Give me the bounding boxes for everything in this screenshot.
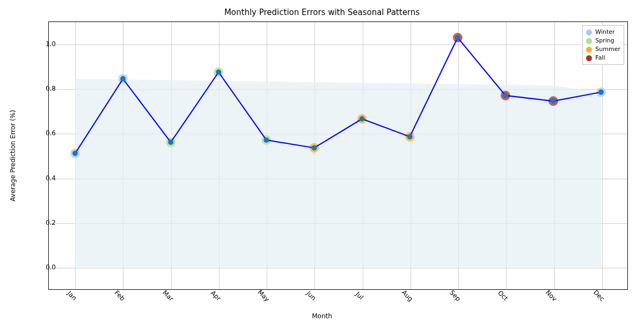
x-tick-label: Feb [113,289,127,302]
legend-label: Summer [595,45,620,54]
data-marker [503,93,508,98]
x-tick-label: Apr [209,289,223,303]
chart-container: Monthly Prediction Errors with Seasonal … [0,0,644,322]
data-marker [72,151,78,156]
legend-row: Winter [586,28,620,36]
legend-swatch [586,38,592,44]
legend-row: Fall [586,54,620,62]
data-marker [360,116,365,122]
x-tick-label: Sep [448,289,462,303]
legend-swatch [586,30,592,35]
x-tick-label: Nov [544,289,558,303]
x-axis-label: Month [0,312,644,320]
x-tick-label: Aug [400,289,414,303]
y-tick-label: 0.2 [24,219,56,226]
fill-band [75,79,601,267]
legend-swatch [586,55,592,61]
y-axis-label: Average Prediction Error (%) [9,110,17,201]
plot-area: WinterSpringSummerFall [48,21,628,290]
data-marker [120,76,126,82]
y-tick-label: 1.0 [24,40,56,48]
y-tick-label: 0.0 [24,264,56,271]
data-marker [168,140,173,145]
legend-label: Spring [595,36,614,45]
data-marker [455,35,460,40]
y-tick-label: 0.6 [24,129,56,137]
legend-row: Spring [586,36,620,45]
x-tick-label: Mar [161,289,175,303]
legend-label: Winter [595,28,614,36]
y-tick-label: 0.4 [24,174,56,182]
data-marker [407,134,413,140]
plot-svg [49,22,627,289]
x-tick-label: Oct [496,289,510,303]
data-marker [551,98,556,104]
x-tick-label: Jul [354,290,365,301]
data-marker [216,69,221,75]
data-marker [311,145,317,150]
x-tick-label: Jan [66,289,78,302]
chart-title: Monthly Prediction Errors with Seasonal … [0,8,644,17]
legend: WinterSpringSummerFall [582,25,624,65]
x-tick-label: Jun [305,289,318,302]
data-marker [598,90,604,95]
x-tick-label: May [256,288,270,303]
x-tick-label: Dec [592,289,606,303]
legend-label: Fall [595,54,605,62]
legend-swatch [586,47,592,53]
data-marker [264,137,269,143]
legend-row: Summer [586,45,620,54]
y-tick-label: 0.8 [24,85,56,92]
